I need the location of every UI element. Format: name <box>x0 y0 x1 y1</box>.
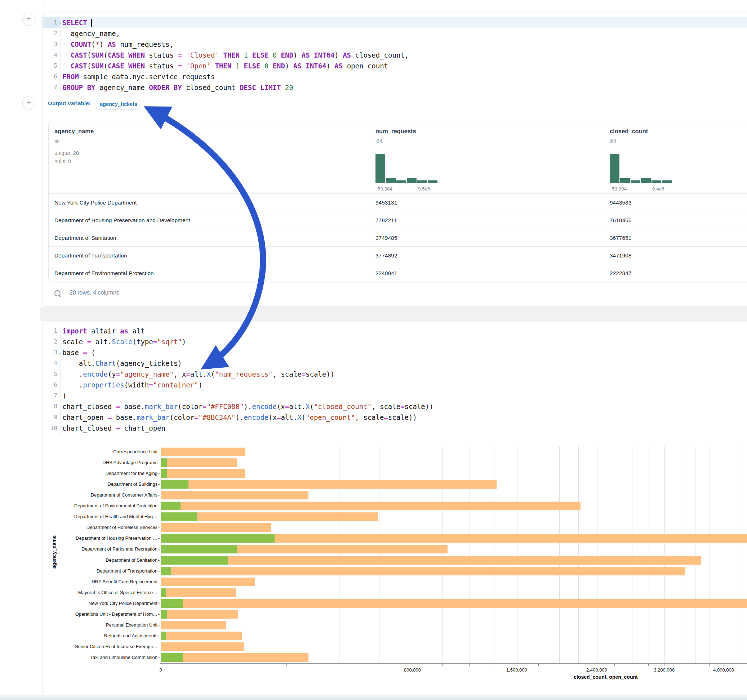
line-number: 3 <box>43 347 57 358</box>
line-number: 3 <box>43 39 57 50</box>
python-code-editor[interactable]: 1import altair as alt2scale = alt.Scale(… <box>43 326 747 433</box>
line-number: 7 <box>43 82 57 93</box>
table-row[interactable]: Department of Housing Preservation and D… <box>48 211 747 229</box>
code-line: 6FROM sample_data.nyc.service_requests <box>43 71 747 82</box>
code-line: 2 agency_name, <box>43 28 747 39</box>
code-line: 7) <box>43 390 747 401</box>
page-bottom-edge <box>0 698 747 700</box>
add-cell-button-top[interactable]: + <box>22 13 35 26</box>
search-icon[interactable] <box>54 290 60 296</box>
line-number: 6 <box>43 380 57 390</box>
line-number: 1 <box>43 326 57 336</box>
notebook-page: { "colors":{"arrow":"#2b55cb","bar_close… <box>0 0 747 700</box>
output-variable-pill[interactable]: agency_tickets <box>96 99 141 109</box>
column-histogram <box>610 153 672 183</box>
column-header-closed_count: closed_count <box>610 128 648 135</box>
line-number: 5 <box>43 60 57 71</box>
table-cell: 7618456 <box>610 211 631 229</box>
line-number: 4 <box>43 50 57 60</box>
table-cell: Department of Environmental Protection <box>54 264 154 282</box>
table-cell: 7782211 <box>375 211 397 229</box>
table-row[interactable]: Department of Transportation377489234719… <box>48 246 747 264</box>
cell-gap <box>40 307 747 321</box>
table-cell: 3774892 <box>375 247 397 264</box>
previous-cell-edge <box>42 0 747 3</box>
line-number: 8 <box>43 401 57 412</box>
code-line: 10chart_closed + chart_open <box>43 423 747 433</box>
column-histogram <box>375 153 437 183</box>
dataframe-table: agency_namestrunique: 20nulls: 0num_requ… <box>48 121 747 282</box>
table-cell: 2222847 <box>610 264 631 282</box>
code-line: 3 COUNT(*) AS num_requests, <box>43 39 747 50</box>
code-line: 5 .encode(y="agency_name", x=alt.X("num_… <box>43 369 747 380</box>
table-cell: 3471908 <box>610 247 631 264</box>
column-header-num_requests: num_requests <box>375 128 416 135</box>
line-number: 5 <box>43 369 57 380</box>
line-number: 4 <box>43 358 57 369</box>
text-caret <box>91 19 92 27</box>
histogram-max-label: 9.4e6 <box>652 186 664 192</box>
python-cell: 1import altair as alt2scale = alt.Scale(… <box>42 321 747 695</box>
table-cell: 9443533 <box>610 194 631 211</box>
code-line: 7GROUP BY agency_name ORDER BY closed_co… <box>43 82 747 93</box>
line-number: 9 <box>43 412 57 423</box>
code-line: 4 alt.Chart(agency_tickets) <box>43 358 747 369</box>
column-stat: nulls: 0 <box>54 158 71 164</box>
sql-cell: 1⌄SELECT 2 agency_name,3 COUNT(*) AS num… <box>42 13 747 307</box>
histogram-min-label: 53,304 <box>378 186 392 192</box>
table-cell: New York City Police Department <box>54 194 136 211</box>
table-cell: 3677651 <box>610 229 631 247</box>
line-number: 2 <box>43 336 57 347</box>
sql-code-editor[interactable]: 1⌄SELECT 2 agency_name,3 COUNT(*) AS num… <box>43 17 747 93</box>
code-line: 3⌄base = ( <box>43 347 747 358</box>
table-row[interactable]: New York City Police Department945313194… <box>48 193 747 211</box>
line-number: 10 <box>43 423 57 433</box>
line-number: 1 <box>43 17 57 28</box>
histogram-max-label: 9.5e6 <box>418 186 430 192</box>
code-line: 4 CAST(SUM(CASE WHEN status = 'Closed' T… <box>43 50 747 60</box>
output-variable-label: Output variable: <box>48 100 91 107</box>
column-header-agency_name: agency_name <box>54 128 94 135</box>
code-line: 1import altair as alt <box>43 326 747 336</box>
column-type: i64 <box>610 138 617 144</box>
add-cell-button-output[interactable]: + <box>22 97 35 109</box>
table-cell: Department of Sanitation <box>54 229 116 247</box>
code-line: 5 CAST(SUM(CASE WHEN status = 'Open' THE… <box>43 60 747 71</box>
code-line: 1⌄SELECT <box>43 17 747 28</box>
code-line: 2scale = alt.Scale(type="sqrt") <box>43 336 747 347</box>
table-row[interactable]: Department of Environmental Protection22… <box>48 264 747 282</box>
table-cell: Department of Transportation <box>54 247 127 264</box>
table-cell: 9453131 <box>375 194 397 211</box>
histogram-min-label: 53,304 <box>612 186 627 192</box>
code-line: 8chart_closed = base.mark_bar(color="#FF… <box>43 401 747 412</box>
code-line: 6 .properties(width="container") <box>43 380 747 390</box>
table-footer: 20 rows, 4 columns <box>70 290 119 296</box>
column-stat: unique: 20 <box>54 150 79 156</box>
sql-output-divider <box>43 95 747 95</box>
code-line: 9chart_open = base.mark_bar(color="#8BC3… <box>43 412 747 423</box>
column-type: str <box>54 138 60 144</box>
line-number: 2 <box>43 28 57 39</box>
line-number: 6 <box>43 71 57 82</box>
table-cell: 2240041 <box>375 264 397 282</box>
table-row[interactable]: Department of Sanitation37494853677651 <box>48 229 747 247</box>
line-number: 7 <box>43 390 57 401</box>
table-cell: 3749485 <box>375 229 397 247</box>
table-cell: Department of Housing Preservation and D… <box>54 211 190 229</box>
column-type: i64 <box>375 138 382 144</box>
